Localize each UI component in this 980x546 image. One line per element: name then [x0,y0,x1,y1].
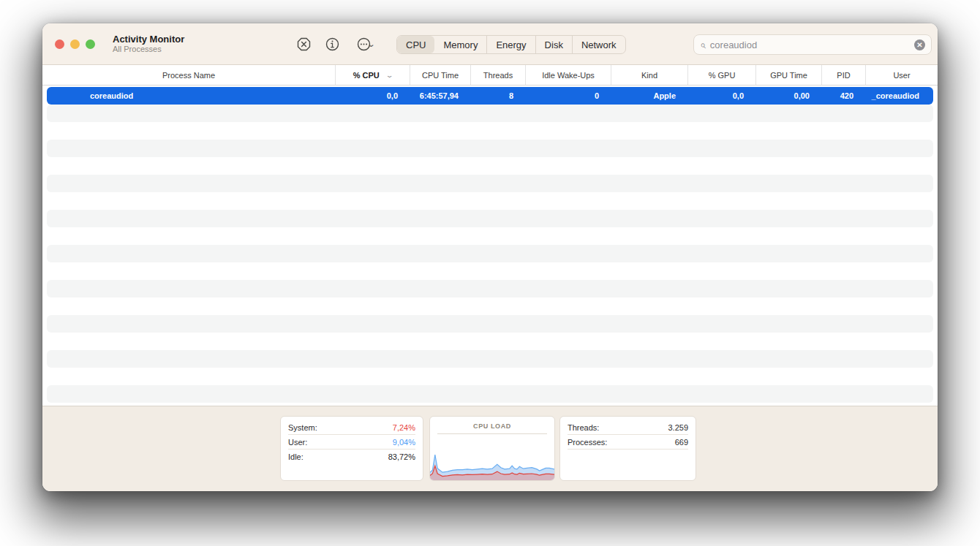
stat-value: 9,04% [393,438,415,447]
cpu-usage-box: System: 7,24% User: 9,04% Idle: 83,72% [280,416,423,481]
stat-value: 83,72% [388,452,415,461]
tab-energy[interactable]: Energy [486,36,535,53]
stat-label: Processes: [568,438,607,447]
column-header-pid[interactable]: PID [821,65,865,85]
stat-value: 3.259 [668,423,688,432]
toolbar-buttons: ⌄ [294,23,380,65]
stop-x-octagon-icon [297,37,311,51]
chevron-down-icon: ⌄ [367,39,376,49]
cell-idle-wake-ups: 0 [525,91,611,100]
more-options-button[interactable]: ⌄ [351,34,380,54]
cell-kind: Apple [611,91,687,100]
table-row-empty[interactable] [47,368,933,385]
window-title-block: Activity Monitor All Processes [113,34,184,54]
table-row-empty[interactable] [47,140,933,157]
cell-user: _coreaudiod [865,91,933,100]
column-header-user[interactable]: User [865,65,938,85]
stat-row-idle: Idle: 83,72% [288,450,415,464]
quit-process-button[interactable] [294,34,314,54]
column-header-kind[interactable]: Kind [611,65,687,85]
cell-pid: 420 [821,91,865,100]
close-window-button[interactable] [55,39,64,49]
table-row-empty[interactable] [47,157,933,175]
column-header-idle-wake-ups[interactable]: Idle Wake-Ups [525,65,611,85]
cpu-load-divider [437,433,547,434]
sort-chevron-down-icon: ⌄ [385,72,393,79]
cell-threads: 8 [470,91,525,100]
stat-row-processes: Processes: 669 [568,435,688,450]
table-row-empty[interactable] [47,210,933,227]
stat-label: System: [288,423,317,432]
empty-row-stripes [47,105,933,403]
stat-row-threads: Threads: 3.259 [568,420,688,435]
table-row-empty[interactable] [47,227,933,245]
table-header: Process Name % CPU⌄ CPU Time Threads Idl… [42,65,938,86]
table-row-empty[interactable] [47,105,933,122]
minimize-window-button[interactable] [70,39,80,49]
column-header-cpu-time[interactable]: CPU Time [410,65,470,85]
table-row-empty[interactable] [47,297,933,315]
cell-gpu-time: 0,00 [755,91,821,100]
zoom-window-button[interactable] [86,39,95,49]
inspect-process-button[interactable] [323,34,342,54]
stat-value: 7,24% [393,423,415,432]
stat-row-system: System: 7,24% [288,420,415,435]
table-row-empty[interactable] [47,350,933,368]
window-title: Activity Monitor [113,34,184,45]
table-row-empty[interactable] [47,385,933,403]
cpu-load-graph [430,454,554,480]
tab-disk[interactable]: Disk [535,36,572,53]
table-row-empty[interactable] [47,175,933,192]
process-table-body: coreaudiod 0,0 6:45:57,94 8 0 Apple 0,0 … [42,86,938,403]
tab-cpu[interactable]: CPU [397,36,434,53]
table-row-empty[interactable] [47,315,933,333]
activity-monitor-window: Activity Monitor All Processes [42,23,938,491]
search-icon: ⌕ [700,39,706,51]
cell-process-name: coreaudiod [47,91,335,100]
cpu-load-box: CPU LOAD [429,416,555,481]
table-row-coreaudiod[interactable]: coreaudiod 0,0 6:45:57,94 8 0 Apple 0,0 … [47,87,933,105]
titlebar: Activity Monitor All Processes [42,23,938,65]
search-input-value[interactable]: coreaudiod [710,39,914,50]
table-row-empty[interactable] [47,280,933,297]
tab-memory[interactable]: Memory [434,36,486,53]
column-header-gpu-time[interactable]: GPU Time [755,65,821,85]
stat-label: User: [288,438,307,447]
info-circle-icon [325,37,339,51]
footer-stats-panel: System: 7,24% User: 9,04% Idle: 83,72% C… [42,406,938,491]
cpu-load-title: CPU LOAD [430,417,554,430]
tab-network[interactable]: Network [572,36,625,53]
cell-gpu-percent: 0,0 [687,91,755,100]
table-row-empty[interactable] [47,245,933,262]
view-tabs: CPU Memory Energy Disk Network [396,35,626,54]
column-header-cpu-percent[interactable]: % CPU⌄ [335,65,410,85]
stat-row-user: User: 9,04% [288,435,415,450]
column-header-process-name[interactable]: Process Name [42,65,335,85]
table-row-empty[interactable] [47,192,933,210]
table-row-empty[interactable] [47,122,933,140]
cell-cpu-time: 6:45:57,94 [410,91,470,100]
clear-search-button[interactable]: ✕ [914,39,925,50]
column-header-gpu-percent[interactable]: % GPU [687,65,755,85]
process-counts-box: Threads: 3.259 Processes: 669 [559,416,696,481]
table-row-empty[interactable] [47,262,933,280]
window-subtitle: All Processes [113,45,184,54]
stat-label: Threads: [568,423,599,432]
window-controls [55,39,95,49]
cell-cpu-percent: 0,0 [335,91,410,100]
column-header-threads[interactable]: Threads [470,65,525,85]
stat-value: 669 [675,438,688,447]
stat-label: Idle: [288,452,304,461]
search-field[interactable]: ⌕ coreaudiod ✕ [693,34,932,55]
table-row-empty[interactable] [47,333,933,350]
